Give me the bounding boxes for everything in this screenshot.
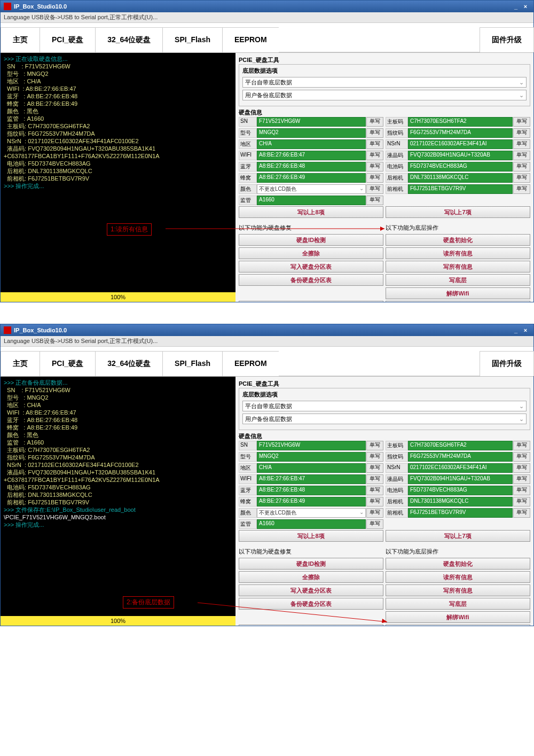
backup-layer-button[interactable]: 备份底层数据 <box>386 625 530 626</box>
field-value[interactable]: F6G72553V7MH24M7DA <box>408 452 513 462</box>
field-value[interactable]: A8:BE:27:66:EB:49 <box>257 497 366 506</box>
tab-firmware-upgrade[interactable]: 固件升级 <box>480 27 534 52</box>
tab-firmware-upgrade[interactable]: 固件升级 <box>480 351 534 376</box>
combo-user-backup[interactable]: 用户备份底层数据⌄ <box>242 414 527 424</box>
layer-op-button[interactable]: 写底层 <box>386 598 530 610</box>
write-single-button[interactable]: 单写 <box>366 463 383 473</box>
write-single-button[interactable]: 单写 <box>513 173 530 183</box>
write-single-button[interactable]: 单写 <box>366 519 383 529</box>
write-single-button[interactable]: 单写 <box>366 151 383 160</box>
layer-op-button[interactable]: 写所有信息 <box>386 584 530 596</box>
close-button[interactable]: × <box>521 327 530 333</box>
tab-32_64位硬盘[interactable]: 32_64位硬盘 <box>95 351 163 376</box>
field-value[interactable]: 0217102EC160302AFE34F41AI <box>408 139 513 149</box>
tab-EEPROM[interactable]: EEPROM <box>222 27 279 52</box>
layer-op-button[interactable]: 解绑Wifi <box>386 611 530 623</box>
field-value[interactable]: F6J7251BETBGV7R9V <box>408 184 513 194</box>
field-value[interactable]: CH/A <box>257 463 366 473</box>
field-value[interactable]: A1660 <box>257 196 366 205</box>
write-single-button[interactable]: 单写 <box>366 452 383 462</box>
tab-PCI_硬盘[interactable]: PCI_硬盘 <box>40 27 96 52</box>
tab-主页[interactable]: 主页 <box>1 27 40 52</box>
disk-repair-button[interactable]: 写入硬盘分区表 <box>239 584 383 596</box>
field-value[interactable]: CH/A <box>257 139 366 149</box>
write-single-button[interactable]: 单写 <box>366 128 383 138</box>
field-value[interactable]: F71V521VHG6W <box>257 117 366 127</box>
write-single-button[interactable]: 单写 <box>366 184 383 194</box>
minimize-button[interactable]: _ <box>511 327 521 333</box>
field-value[interactable]: A1660 <box>257 519 366 529</box>
field-value[interactable]: MNGQ2 <box>257 452 366 462</box>
field-value[interactable]: 不更改LCD颜色 ⌄ <box>257 508 366 518</box>
disk-repair-button[interactable]: 全擦除 <box>239 571 383 583</box>
field-value[interactable]: A8:BE:27:66:EB:47 <box>257 151 366 160</box>
write-single-button[interactable]: 单写 <box>513 497 530 506</box>
field-value[interactable]: A8:BE:27:66:EB:47 <box>257 474 366 484</box>
layer-op-button[interactable]: 解绑Wifi <box>386 287 530 299</box>
combo-platform-data[interactable]: 平台自带底层数据⌄ <box>242 77 527 88</box>
field-value[interactable]: C7H73070ESGH6TFA2 <box>408 117 513 127</box>
tab-主页[interactable]: 主页 <box>1 351 40 376</box>
write-single-button[interactable]: 单写 <box>366 508 383 518</box>
field-value[interactable]: A8:BE:27:66:EB:48 <box>257 486 366 495</box>
write-single-button[interactable]: 单写 <box>513 452 530 462</box>
write-single-button[interactable]: 单写 <box>366 139 383 149</box>
write-single-button[interactable]: 单写 <box>513 117 530 127</box>
write-single-button[interactable]: 单写 <box>366 196 383 205</box>
minimize-button[interactable]: _ <box>511 3 521 10</box>
write-single-button[interactable]: 单写 <box>366 117 383 127</box>
write-single-button[interactable]: 单写 <box>366 497 383 506</box>
tab-32_64位硬盘[interactable]: 32_64位硬盘 <box>95 27 163 52</box>
field-value[interactable]: F5D7374BVECH883AG <box>408 162 513 172</box>
tab-SPI_Flash[interactable]: SPI_Flash <box>162 27 223 52</box>
disk-repair-button[interactable]: 硬盘ID检测 <box>239 234 383 246</box>
field-value[interactable]: DNL7301138MGKCQLC <box>408 497 513 506</box>
backup-layer-button[interactable]: 备份底层数据 <box>386 301 530 302</box>
layer-op-button[interactable]: 硬盘初始化 <box>386 558 530 570</box>
disk-repair-button[interactable]: 备份硬盘分区表 <box>239 598 383 610</box>
write-single-button[interactable]: 单写 <box>366 173 383 183</box>
layer-op-button[interactable]: 写所有信息 <box>386 261 530 272</box>
stop-button[interactable]: 停止 <box>239 625 383 626</box>
disk-repair-button[interactable]: 备份硬盘分区表 <box>239 274 383 286</box>
field-value[interactable]: MNGQ2 <box>257 128 366 138</box>
field-value[interactable]: A8:BE:27:66:EB:49 <box>257 173 366 183</box>
disk-repair-button[interactable]: 全擦除 <box>239 247 383 259</box>
write-7-button[interactable]: 写以上7项 <box>386 530 530 542</box>
field-value[interactable]: 0217102EC160302AFE34F41AI <box>408 463 513 473</box>
write-single-button[interactable]: 单写 <box>366 441 383 450</box>
tab-EEPROM[interactable]: EEPROM <box>222 351 279 376</box>
tab-SPI_Flash[interactable]: SPI_Flash <box>162 351 223 376</box>
write-8-button[interactable]: 写以上8项 <box>239 206 383 218</box>
field-value[interactable]: F6J7251BETBGV7R9V <box>408 508 513 518</box>
write-single-button[interactable]: 单写 <box>513 184 530 194</box>
disk-repair-button[interactable]: 硬盘ID检测 <box>239 558 383 570</box>
field-value[interactable]: FVQ7302B094H1NGAU+T320AB <box>408 151 513 160</box>
close-button[interactable]: × <box>521 3 530 10</box>
tab-PCI_硬盘[interactable]: PCI_硬盘 <box>40 351 96 376</box>
write-single-button[interactable]: 单写 <box>513 474 530 484</box>
stop-button[interactable]: 停止 <box>239 301 383 302</box>
layer-op-button[interactable]: 读所有信息 <box>386 247 530 259</box>
field-value[interactable]: F5D7374BVECH883AG <box>408 486 513 495</box>
combo-platform-data[interactable]: 平台自带底层数据⌄ <box>242 401 527 411</box>
write-single-button[interactable]: 单写 <box>366 162 383 172</box>
write-single-button[interactable]: 单写 <box>513 486 530 495</box>
layer-op-button[interactable]: 读所有信息 <box>386 571 530 583</box>
layer-op-button[interactable]: 写底层 <box>386 274 530 286</box>
field-value[interactable]: C7H73070ESGH6TFA2 <box>408 441 513 450</box>
menubar[interactable]: Language USB设备->USB to Serial port,正常工作模… <box>1 12 533 23</box>
field-value[interactable]: F6G72553V7MH24M7DA <box>408 128 513 138</box>
write-7-button[interactable]: 写以上7项 <box>386 206 530 218</box>
combo-user-backup[interactable]: 用户备份底层数据⌄ <box>242 90 527 100</box>
write-single-button[interactable]: 单写 <box>513 508 530 518</box>
field-value[interactable]: A8:BE:27:66:EB:48 <box>257 162 366 172</box>
layer-op-button[interactable]: 硬盘初始化 <box>386 234 530 246</box>
disk-repair-button[interactable]: 写入硬盘分区表 <box>239 261 383 272</box>
write-8-button[interactable]: 写以上8项 <box>239 530 383 542</box>
write-single-button[interactable]: 单写 <box>513 139 530 149</box>
field-value[interactable]: F71V521VHG6W <box>257 441 366 450</box>
write-single-button[interactable]: 单写 <box>513 162 530 172</box>
write-single-button[interactable]: 单写 <box>366 486 383 495</box>
write-single-button[interactable]: 单写 <box>366 474 383 484</box>
